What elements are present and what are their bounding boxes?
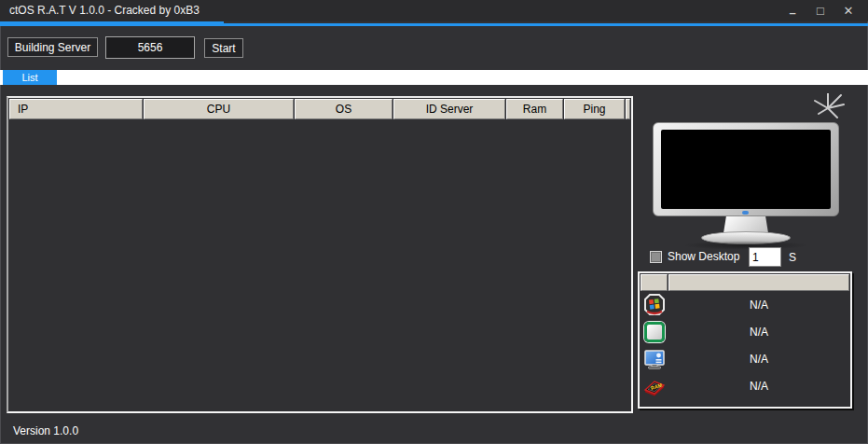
windows-os-icon [643,294,666,316]
titlebar[interactable]: ctOS R.A.T V 1.0.0 - Cracked by 0xB3 – □… [0,0,868,21]
info-row-computer: N/A [641,345,849,372]
accent-bar [0,21,224,26]
show-desktop-label[interactable]: Show Desktop [668,250,739,263]
show-desktop-checkbox[interactable] [650,251,662,263]
info-value-os: N/A [668,298,849,312]
interval-unit-label: S [789,251,796,264]
monitor-shadow [683,241,808,250]
info-header-icon-col [641,274,668,291]
screen-icon [644,322,665,342]
column-header-os[interactable]: OS [295,99,393,119]
column-header-ip[interactable]: IP [9,99,143,119]
clients-header-row: IP CPU OS ID Server Ram Ping [9,99,630,119]
ram-icon: RAM [642,375,667,397]
computer-icon [643,348,666,370]
system-info-listview: N/A N/A [638,271,852,409]
build-server-button[interactable]: Building Server [7,37,98,57]
info-value-computer: N/A [668,353,849,366]
interval-input[interactable] [749,247,781,267]
app-window: ctOS R.A.T V 1.0.0 - Cracked by 0xB3 – □… [0,0,868,444]
clients-listview: IP CPU OS ID Server Ram Ping [7,96,633,413]
info-header-row [641,274,849,291]
info-row-os: N/A [641,291,849,318]
info-row-ram: RAM N/A [641,372,849,399]
column-header-ping[interactable]: Ping [564,99,625,119]
info-header-value-col [668,274,849,291]
info-value-screen: N/A [668,326,849,339]
version-label: Version 1.0.0 [13,424,78,437]
minimize-button[interactable]: – [778,0,806,21]
window-controls: – □ ✕ [778,0,862,21]
maximize-button[interactable]: □ [806,0,834,21]
port-input[interactable] [105,36,195,59]
info-row-screen: N/A [641,318,849,345]
column-header-cpu[interactable]: CPU [144,99,294,119]
column-header-id-server[interactable]: ID Server [393,99,505,119]
clients-list-body [9,119,630,410]
close-button[interactable]: ✕ [834,0,862,21]
start-button[interactable]: Start [204,38,243,58]
tab-list[interactable]: List [3,70,57,85]
monitor-screen [661,130,831,209]
column-header-ram[interactable]: Ram [506,99,563,119]
column-header-filler [626,99,630,119]
window-title: ctOS R.A.T V 1.0.0 - Cracked by 0xB3 [9,0,200,21]
tab-strip: List [0,70,868,85]
info-value-ram: N/A [668,380,849,393]
monitor-power-led-icon [742,211,749,215]
